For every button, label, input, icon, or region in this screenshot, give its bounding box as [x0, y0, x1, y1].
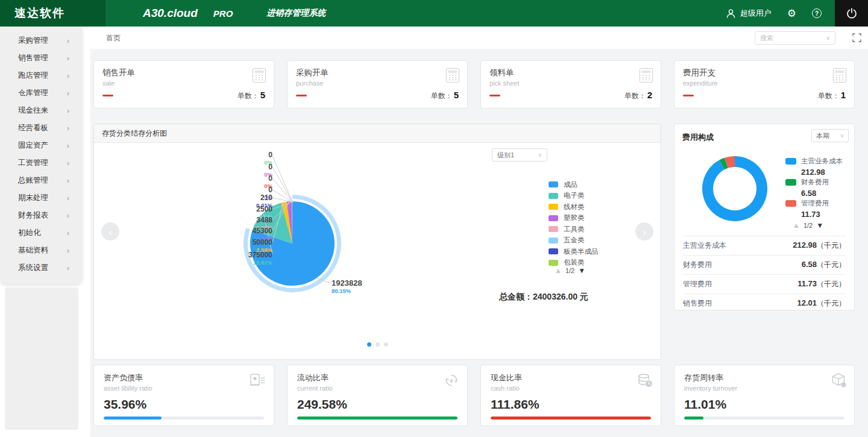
main-content: 销售开单 sale 单数：5 采购开单 purchase 单数：5 领料单 pi…	[90, 49, 868, 437]
sidebar-item-fixed-assets[interactable]: 固定资产›	[0, 137, 83, 154]
sidebar-item-base-data[interactable]: 基础资料›	[0, 242, 83, 259]
sidebar-item-initialization[interactable]: 初始化›	[0, 224, 83, 242]
red-dash	[102, 95, 113, 96]
expense-rows: 主营业务成本212.98（千元） 财务费用6.58（千元） 管理费用11.73（…	[683, 236, 846, 313]
progress-track	[297, 417, 458, 420]
sidebar-item-payroll[interactable]: 工资管理›	[0, 154, 83, 172]
carousel-dot[interactable]	[376, 342, 380, 347]
tab-home[interactable]: 首页	[106, 33, 121, 43]
power-icon	[846, 7, 858, 19]
legend-pagination: ▲ 1/2 ▼	[793, 222, 823, 229]
legend-swatch	[785, 200, 796, 207]
summary-card-purchase[interactable]: 采购开单 purchase 单数：5	[287, 60, 468, 108]
page-up-icon[interactable]: ▲	[793, 222, 800, 229]
progress-track	[684, 417, 844, 420]
legend-item[interactable]: 板类半成品	[549, 246, 599, 257]
user-menu[interactable]: 超级用户	[726, 8, 772, 19]
logout-power-button[interactable]	[835, 0, 868, 27]
ratio-card-current-ratio[interactable]: 流动比率 current ratio ¥ 249.58%	[287, 365, 468, 426]
sidebar-item-cash[interactable]: 现金往来›	[0, 102, 83, 119]
ratio-card-asset-liability[interactable]: 资产负债率 asset libility ratio 35.96%	[93, 365, 274, 426]
header-actions: 超级用户 ⚙ ?	[726, 0, 868, 27]
sidebar-item-sales[interactable]: 销售管理›	[0, 49, 83, 67]
box-icon	[831, 373, 846, 388]
legend-item[interactable]: 财务费用 6.58	[785, 178, 829, 198]
chevron-right-icon: ›	[67, 176, 69, 185]
legend-item[interactable]: 管理费用 11.73	[785, 199, 829, 219]
level-select[interactable]: 级别1 ∨	[492, 148, 547, 162]
sidebar-item-warehouse[interactable]: 仓库管理›	[0, 84, 83, 102]
coins-clock-icon	[637, 373, 653, 388]
count-value: 5	[454, 90, 459, 100]
chevron-right-icon: ›	[67, 263, 69, 272]
expense-row: 主营业务成本212.98（千元）	[683, 236, 846, 255]
summary-card-pick-sheet[interactable]: 领料单 pick sheet 单数：2	[480, 60, 661, 108]
legend-swatch	[549, 260, 558, 266]
chevron-right-icon: ›	[67, 159, 69, 168]
summary-card-sale[interactable]: 销售开单 sale 单数：5	[93, 60, 274, 108]
chevron-right-icon: ›	[67, 36, 69, 45]
user-name: 超级用户	[740, 8, 772, 19]
inventory-analysis-panel: 存货分类结存分析图 级别1 ∨ 00% 00% 00% 00% 2100.01%…	[93, 124, 661, 360]
legend-item[interactable]: 主营业务成本 212.98	[785, 157, 843, 177]
sidebar-item-store-run[interactable]: 跑店管理›	[0, 67, 83, 84]
carousel-next-button[interactable]: ›	[635, 222, 653, 241]
wallet-icon	[249, 373, 266, 388]
legend-swatch	[549, 226, 558, 232]
pie-chart-area: 级别1 ∨ 00% 00% 00% 00% 2100.01% 25000.1% …	[94, 143, 661, 360]
search-placeholder: 搜索	[760, 34, 773, 43]
fullscreen-icon[interactable]	[852, 33, 861, 42]
calculator-icon	[639, 68, 653, 83]
sidebar-item-financial-reports[interactable]: 财务报表›	[0, 207, 83, 224]
chevron-right-icon: ›	[67, 193, 69, 203]
page-down-icon[interactable]: ▼	[816, 222, 823, 229]
sidebar-menu: 采购管理› 销售管理› 跑店管理› 仓库管理› 现金往来› 经营看板› 固定资产…	[0, 27, 83, 284]
page-up-icon[interactable]: ▲	[555, 267, 562, 274]
refresh-yen-icon: ¥	[444, 373, 459, 388]
settings-gear-icon[interactable]: ⚙	[787, 8, 796, 19]
svg-text:¥: ¥	[450, 377, 453, 384]
carousel-dot-active[interactable]	[367, 342, 371, 347]
sidebar-item-dashboard[interactable]: 经营看板›	[0, 119, 83, 137]
legend-item[interactable]: 电子类	[549, 190, 599, 202]
sidebar-item-general-ledger[interactable]: 总账管理›	[0, 172, 83, 189]
ratio-card-inventory-turnover[interactable]: 存货周转率 inventory turnover 11.01%	[674, 365, 855, 426]
ratio-card-cash-ratio[interactable]: 现金比率 cash ratio 111.86%	[480, 365, 661, 426]
carousel-prev-button[interactable]: ‹	[101, 222, 119, 241]
calculator-icon	[832, 68, 847, 83]
summary-card-expenditure[interactable]: 费用开支 expenditure 单数：1	[674, 60, 855, 108]
search-select[interactable]: 搜索 ∨	[755, 31, 835, 45]
legend-item[interactable]: 五金类	[549, 235, 599, 247]
period-select[interactable]: 本期 ∨	[811, 129, 849, 142]
calculator-icon	[445, 68, 460, 83]
legend-item[interactable]: 工具类	[549, 224, 599, 235]
pie-legend: 成品 电子类 线材类 塑胶类 工具类 五金类 板类半成品 包装类	[549, 179, 599, 268]
chevron-down-icon: ∨	[826, 35, 830, 41]
legend-swatch	[549, 193, 558, 199]
app-logo: 速达软件	[0, 0, 105, 27]
sidebar-item-purchase[interactable]: 采购管理›	[0, 32, 83, 49]
expense-row: 财务费用6.58（千元）	[683, 255, 846, 274]
expense-row: 销售费用12.01（千元）	[683, 294, 846, 313]
red-dash	[296, 95, 307, 96]
carousel-dot[interactable]	[384, 342, 388, 347]
progress-fill	[491, 417, 651, 420]
sidebar: 采购管理› 销售管理› 跑店管理› 仓库管理› 现金往来› 经营看板› 固定资产…	[0, 27, 90, 437]
user-icon	[726, 8, 736, 19]
app-header: 速达软件 A30.cloud PRO 进销存管理系统 超级用户 ⚙ ?	[0, 0, 868, 27]
red-dash	[489, 95, 500, 96]
sidebar-item-system-settings[interactable]: 系统设置›	[0, 259, 83, 277]
pie-callout: 37500015.62%	[248, 251, 272, 266]
legend-pagination: ▲ 1/2 ▼	[555, 267, 585, 274]
page-down-icon[interactable]: ▼	[578, 267, 585, 274]
legend-item[interactable]: 线材类	[549, 201, 599, 213]
legend-swatch	[785, 179, 796, 186]
legend-item[interactable]: 塑胶类	[549, 213, 599, 224]
help-icon[interactable]: ?	[812, 8, 822, 18]
legend-item[interactable]: 成品	[549, 179, 599, 190]
sidebar-item-period-end[interactable]: 期末处理›	[0, 189, 83, 207]
expense-row: 管理费用11.73（千元）	[683, 274, 846, 294]
page-indicator: 1/2	[565, 267, 574, 274]
progress-fill	[297, 417, 458, 420]
product-name: A30.cloud	[143, 7, 198, 20]
